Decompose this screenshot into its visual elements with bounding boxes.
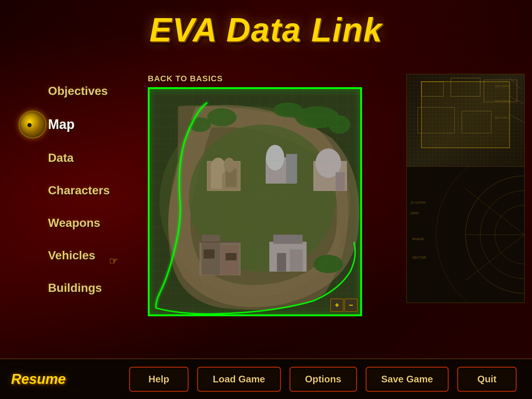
sidebar-item-data-label: Data bbox=[48, 151, 74, 164]
svg-rect-21 bbox=[202, 235, 220, 275]
svg-rect-29 bbox=[290, 249, 303, 272]
sidebar-item-data[interactable]: Data bbox=[18, 144, 155, 171]
map-terrain bbox=[149, 88, 361, 316]
svg-line-39 bbox=[509, 115, 524, 122]
sidebar-item-buildings-label: Buildings bbox=[48, 281, 102, 294]
svg-text:GRID: GRID bbox=[410, 211, 419, 215]
sidebar-item-buildings[interactable]: Buildings bbox=[18, 274, 155, 301]
sidebar: Objectives Map Data Characters Weapons V… bbox=[0, 59, 155, 355]
svg-point-4 bbox=[273, 103, 303, 117]
svg-rect-22 bbox=[222, 246, 239, 275]
resume-button[interactable]: Resume bbox=[11, 371, 66, 387]
svg-text:SECTOR A: SECTOR A bbox=[495, 85, 510, 88]
svg-point-7 bbox=[189, 117, 211, 132]
svg-text:SECTOR B: SECTOR B bbox=[495, 99, 510, 103]
svg-point-2 bbox=[189, 125, 335, 271]
svg-rect-27 bbox=[273, 235, 303, 244]
zoom-controls: + − bbox=[330, 299, 358, 312]
sidebar-item-map-label: Map bbox=[48, 117, 75, 132]
sidebar-item-characters-label: Characters bbox=[48, 184, 110, 197]
svg-rect-26 bbox=[270, 242, 306, 271]
svg-text:SECTOR: SECTOR bbox=[412, 256, 426, 259]
sidebar-item-weapons-label: Weapons bbox=[48, 216, 100, 229]
svg-point-15 bbox=[266, 145, 284, 171]
overview-svg: SECTOR A SECTOR B SECTOR C bbox=[407, 74, 524, 166]
right-panel: SECTOR A SECTOR B SECTOR C bbox=[406, 74, 525, 303]
svg-point-12 bbox=[211, 158, 226, 176]
sidebar-item-weapons[interactable]: Weapons bbox=[18, 209, 155, 236]
svg-point-1 bbox=[160, 106, 350, 297]
load-game-button[interactable]: Load Game bbox=[197, 367, 281, 392]
mini-map-overview: SECTOR A SECTOR B SECTOR C bbox=[407, 74, 524, 167]
svg-point-5 bbox=[328, 115, 351, 134]
svg-rect-9 bbox=[207, 161, 240, 191]
map-display[interactable]: + − bbox=[148, 87, 362, 316]
svg-point-13 bbox=[224, 158, 235, 173]
svg-text:21 ALPHA: 21 ALPHA bbox=[410, 201, 426, 204]
sidebar-item-objectives-label: Objectives bbox=[48, 84, 108, 98]
svg-rect-28 bbox=[277, 253, 286, 272]
options-button[interactable]: Options bbox=[290, 367, 357, 392]
svg-rect-20 bbox=[200, 242, 240, 275]
svg-rect-36 bbox=[422, 82, 510, 148]
sidebar-item-objectives[interactable]: Objectives bbox=[18, 78, 155, 105]
map-border bbox=[149, 88, 361, 316]
svg-line-49 bbox=[466, 235, 524, 280]
svg-rect-16 bbox=[286, 154, 297, 183]
svg-rect-14 bbox=[266, 158, 295, 184]
svg-line-38 bbox=[509, 96, 524, 104]
svg-point-18 bbox=[316, 149, 341, 178]
svg-rect-0 bbox=[149, 88, 361, 316]
sidebar-item-characters[interactable]: Characters bbox=[18, 177, 155, 204]
svg-point-6 bbox=[207, 108, 236, 127]
sidebar-item-map[interactable]: Map bbox=[18, 110, 155, 139]
svg-point-3 bbox=[295, 106, 339, 129]
zoom-out-button[interactable]: − bbox=[344, 299, 358, 312]
svg-text:SECTOR C: SECTOR C bbox=[495, 116, 510, 119]
svg-rect-17 bbox=[314, 161, 347, 191]
svg-rect-11 bbox=[226, 168, 237, 187]
sidebar-item-vehicles-label: Vehicles bbox=[48, 249, 95, 262]
svg-point-8 bbox=[314, 255, 343, 273]
radar-svg: 21 ALPHA GRID RANGE SECTOR bbox=[407, 167, 524, 303]
save-game-button[interactable]: Save Game bbox=[366, 367, 449, 392]
map-svg bbox=[149, 88, 361, 316]
bottom-toolbar: Resume Help Load Game Options Save Game … bbox=[0, 358, 532, 399]
page-title: EVA Data Link bbox=[0, 11, 532, 49]
sidebar-item-vehicles[interactable]: Vehicles bbox=[18, 242, 155, 269]
svg-line-47 bbox=[466, 189, 524, 235]
svg-rect-19 bbox=[335, 172, 345, 191]
main-content: BACK TO BASICS bbox=[148, 74, 525, 358]
map-glow-overlay bbox=[149, 88, 361, 316]
quit-button[interactable]: Quit bbox=[457, 367, 516, 392]
svg-rect-24 bbox=[204, 249, 215, 259]
radar-panel: 21 ALPHA GRID RANGE SECTOR bbox=[407, 167, 524, 303]
zoom-in-button[interactable]: + bbox=[330, 299, 344, 312]
svg-rect-25 bbox=[226, 253, 237, 260]
help-button[interactable]: Help bbox=[129, 367, 188, 392]
svg-text:RANGE: RANGE bbox=[412, 237, 424, 241]
svg-rect-10 bbox=[211, 163, 222, 189]
